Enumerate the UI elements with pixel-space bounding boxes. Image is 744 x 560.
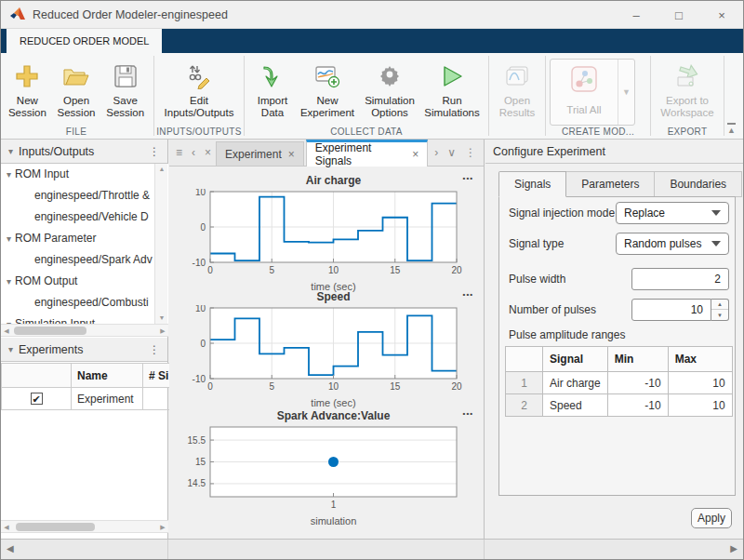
minimize-panel-left-icon[interactable]: ◀ — [7, 543, 14, 553]
toolbar-separator — [650, 56, 651, 136]
new-experiment-button[interactable]: New Experiment — [297, 57, 358, 119]
stepper-down-icon[interactable]: ▼ — [711, 310, 728, 320]
signal-cell[interactable]: Air charge — [543, 372, 608, 394]
bottom-bar-center-segment — [169, 540, 485, 560]
toolbar-separator — [724, 56, 724, 136]
collapse-section-icon[interactable]: ▾ — [8, 146, 13, 156]
configure-experiment-header: Configure Experiment — [485, 140, 744, 164]
tree-item[interactable]: ▾ROM Parameter — [1, 228, 168, 249]
close-icon[interactable]: × — [288, 148, 295, 161]
save-session-button[interactable]: Save Session — [100, 57, 150, 119]
svg-text:1: 1 — [331, 500, 337, 510]
import-data-button[interactable]: Import Data — [248, 57, 297, 119]
tree-item[interactable]: ▾ROM Output — [1, 271, 168, 292]
scroll-up-icon[interactable]: ▲ — [155, 164, 168, 175]
trial-all-icon — [570, 65, 598, 93]
experiment-checkbox[interactable]: ✔ — [31, 393, 43, 405]
pulse-amplitude-ranges-table: Signal Min Max 1 Air charge -10 10 2 — [505, 346, 733, 417]
tab-boundaries[interactable]: Boundaries — [655, 171, 742, 197]
config-tabs: Signals Parameters Boundaries — [498, 171, 742, 197]
tab-signals[interactable]: Signals — [498, 171, 566, 197]
kebab-menu-icon[interactable]: ⋮ — [149, 343, 160, 356]
tab-parameters[interactable]: Parameters — [566, 171, 655, 197]
tree-horizontal-scrollbar[interactable]: ◀ ▶ — [1, 324, 168, 337]
close-button[interactable]: × — [700, 1, 743, 29]
experiments-title: Experiments — [19, 343, 83, 356]
chart-options-icon[interactable]: ••• — [463, 290, 473, 299]
tree-item[interactable]: enginespeed/Throttle & — [1, 185, 168, 207]
tree-item[interactable]: enginespeed/Vehicle D — [1, 207, 168, 228]
scroll-right-icon[interactable]: ▶ — [157, 325, 168, 336]
number-of-pulses-input[interactable]: 10 — [631, 299, 711, 321]
open-session-button[interactable]: Open Session — [52, 57, 101, 119]
document-tab-strip: ≡ ‹ × Experiment × Experiment Signals × … — [169, 140, 484, 167]
pulse-width-input[interactable]: 2 — [631, 268, 729, 290]
kebab-menu-icon[interactable]: ⋮ — [149, 145, 160, 158]
signal-injection-mode-select[interactable]: Replace — [616, 202, 729, 224]
number-of-pulses-stepper[interactable]: ▲ ▼ — [711, 299, 729, 321]
min-cell[interactable]: -10 — [607, 394, 668, 417]
edit-inputs-outputs-button[interactable]: Edit Inputs/Outputs — [158, 57, 240, 119]
signal-type-select[interactable]: Random pulses — [616, 233, 729, 255]
svg-text:14.5: 14.5 — [188, 478, 206, 488]
scrollbar-thumb[interactable] — [14, 327, 86, 335]
new-session-button[interactable]: New Session — [3, 57, 52, 119]
tree-item[interactable]: enginespeed/Spark Adv — [1, 249, 168, 271]
tree-expand-icon[interactable]: ▾ — [7, 169, 11, 180]
collapse-section-icon[interactable]: ▾ — [8, 344, 13, 354]
signal-cell[interactable]: Speed — [543, 394, 608, 417]
simulation-options-button[interactable]: Simulation Options — [358, 57, 421, 119]
experiment-sims-cell[interactable] — [143, 388, 170, 410]
minimize-panel-right-icon[interactable]: ▶ — [730, 543, 737, 553]
trial-all-dropdown-arrow[interactable]: ▼ — [618, 60, 634, 125]
svg-text:15: 15 — [390, 381, 401, 392]
edit-io-icon — [158, 60, 240, 92]
experiment-name-cell[interactable]: Experiment — [72, 388, 143, 410]
tab-list-icon[interactable]: ≡ — [169, 139, 187, 166]
svg-text:10: 10 — [195, 189, 206, 197]
export-to-workspace-button[interactable]: Export to Workspace — [655, 57, 720, 119]
scroll-tabs-right-icon[interactable]: › — [430, 139, 443, 166]
experiments-horizontal-scrollbar[interactable]: ◀ ▶ — [1, 520, 168, 533]
ribbon-tab-reduced-order-model[interactable]: REDUCED ORDER MODEL — [7, 29, 162, 53]
scrollbar-thumb[interactable] — [16, 523, 95, 531]
tree-item[interactable]: enginespeed/Combusti — [1, 292, 168, 313]
tree-item[interactable]: ▾ROM Input — [1, 164, 168, 185]
tab-experiment-signals[interactable]: Experiment Signals × — [306, 140, 428, 167]
svg-text:20: 20 — [451, 381, 462, 392]
svg-text:0: 0 — [200, 339, 206, 349]
close-tab-icon[interactable]: × — [200, 139, 216, 166]
scroll-left-icon[interactable]: ◀ — [1, 521, 12, 532]
svg-text:-10: -10 — [193, 374, 206, 384]
experiments-empty-area — [1, 410, 167, 520]
run-simulations-button[interactable]: Run Simulations — [421, 57, 483, 119]
minimize-button[interactable]: – — [615, 1, 658, 29]
apply-button[interactable]: Apply — [691, 508, 732, 528]
trial-all-button[interactable]: Trial All ▼ — [550, 59, 635, 126]
chart-options-icon[interactable]: ••• — [463, 174, 473, 182]
tab-experiment[interactable]: Experiment × — [216, 141, 304, 166]
max-cell[interactable]: 10 — [668, 372, 732, 394]
tree-expand-icon[interactable]: ▾ — [7, 276, 11, 287]
scroll-down-icon[interactable]: ▼ — [155, 313, 168, 324]
tab-dropdown-icon[interactable]: ∨ — [443, 139, 460, 166]
kebab-menu-icon[interactable]: ⋮ — [460, 139, 484, 166]
tree-expand-icon[interactable]: ▾ — [7, 233, 11, 244]
close-icon[interactable]: × — [412, 148, 418, 161]
chart-options-icon[interactable]: ••• — [463, 409, 473, 418]
document-panel: ≡ ‹ × Experiment × Experiment Signals × … — [169, 140, 485, 539]
scroll-left-icon[interactable]: ◀ — [1, 325, 12, 336]
collapse-ribbon-icon[interactable]: ▲ — [727, 123, 736, 135]
chart-spark-advance: Spark Advance:Value ••• 114.51515.5 simu… — [173, 409, 480, 528]
max-cell[interactable]: 10 — [668, 394, 732, 417]
stepper-up-icon[interactable]: ▲ — [711, 300, 728, 310]
maximize-button[interactable]: □ — [658, 1, 700, 29]
min-cell[interactable]: -10 — [607, 372, 668, 394]
left-panel: ▾ Inputs/Outputs ⋮ ▾ROM Input enginespee… — [1, 140, 168, 539]
open-results-button[interactable]: Open Results — [493, 57, 541, 119]
scroll-right-icon[interactable]: ▶ — [157, 521, 168, 532]
scroll-tabs-left-icon[interactable]: ‹ — [187, 139, 200, 166]
import-arrow-icon — [248, 60, 297, 92]
experiment-row[interactable]: ✔ Experiment — [2, 388, 170, 410]
tree-vertical-scrollbar[interactable]: ▲ ▼ — [154, 164, 167, 324]
